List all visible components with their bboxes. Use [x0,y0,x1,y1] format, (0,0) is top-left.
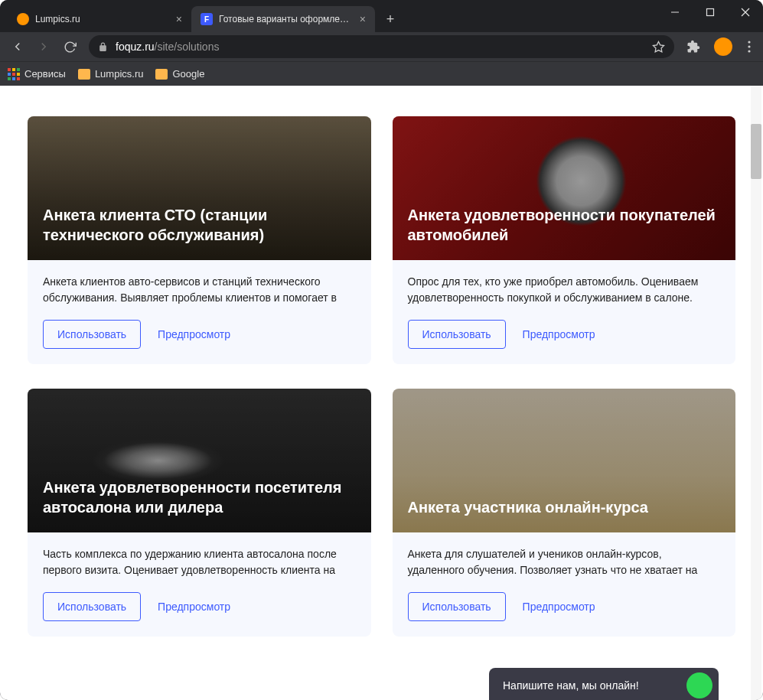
close-icon[interactable]: × [176,13,182,25]
browser-window: Lumpics.ru × F Готовые варианты оформлен… [0,0,763,700]
template-card: Анкета удовлетворенности покупателей авт… [393,116,736,364]
menu-button[interactable] [742,41,757,53]
chat-text: Напишите нам, мы онлайн! [503,679,639,692]
svg-rect-1 [707,9,714,16]
svg-rect-12 [12,73,15,76]
chat-status-icon [686,672,712,698]
minimize-button[interactable] [657,0,693,24]
card-desc: Часть комплекса по удержанию клиента авт… [43,546,356,578]
bookmark-label: Lumpics.ru [95,68,144,80]
bookmark-label: Сервисы [24,68,66,80]
preview-link[interactable]: Предпросмотр [523,601,595,613]
favicon-icon: F [201,13,213,25]
back-button[interactable] [6,35,29,58]
card-title: Анкета клиента СТО (станции технического… [43,205,356,245]
card-desc: Опрос для тех, кто уже приобрел автомоби… [408,274,721,306]
card-desc: Анкета для слушателей и учеников онлайн‑… [408,546,721,578]
svg-point-6 [748,45,750,47]
reload-button[interactable] [58,35,81,58]
maximize-button[interactable] [693,0,728,24]
use-button[interactable]: Использовать [43,320,141,349]
tab-lumpics[interactable]: Lumpics.ru × [8,6,191,32]
svg-rect-16 [17,77,20,80]
card-body: Анкета для слушателей и учеников онлайн‑… [393,532,736,637]
svg-rect-13 [17,73,20,76]
card-title: Анкета удовлетворенности покупателей авт… [408,205,721,245]
close-icon[interactable]: × [360,13,366,25]
card-actions: Использовать Предпросмотр [43,592,356,621]
svg-rect-10 [17,68,20,71]
card-title: Анкета удовлетворенности посетителя авто… [43,477,356,517]
page-viewport: Анкета клиента СТО (станции технического… [0,86,763,700]
svg-rect-8 [8,68,11,71]
card-actions: Использовать Предпросмотр [408,320,721,349]
tab-title: Lumpics.ru [35,14,170,24]
new-tab-button[interactable]: + [380,8,401,30]
titlebar: Lumpics.ru × F Готовые варианты оформлен… [0,0,763,32]
preview-link[interactable]: Предпросмотр [158,328,230,340]
tab-title: Готовые варианты оформления [219,14,354,24]
use-button[interactable]: Использовать [408,320,506,349]
forward-button[interactable] [32,35,55,58]
card-body: Опрос для тех, кто уже приобрел автомоби… [393,260,736,364]
template-card: Анкета участника онлайн‑курса Анкета для… [393,389,736,637]
card-actions: Использовать Предпросмотр [408,592,721,621]
svg-point-7 [748,50,750,52]
apps-shortcut[interactable]: Сервисы [8,68,66,80]
preview-link[interactable]: Предпросмотр [158,601,230,613]
favicon-icon [17,13,29,25]
chat-widget[interactable]: Напишите нам, мы онлайн! [489,668,719,700]
card-title: Анкета участника онлайн‑курса [408,497,648,517]
lock-icon [98,42,108,52]
svg-marker-4 [653,41,664,51]
template-card: Анкета клиента СТО (станции технического… [28,116,371,364]
svg-point-5 [748,41,750,43]
card-body: Анкета клиентов авто-сервисов и станций … [28,260,371,364]
profile-avatar[interactable] [714,37,732,56]
card-actions: Использовать Предпросмотр [43,320,356,349]
toolbar: foquz.ru/site/solutions [0,32,763,61]
card-hero[interactable]: Анкета удовлетворенности покупателей авт… [393,116,736,260]
card-body: Часть комплекса по удержанию клиента авт… [28,532,371,637]
close-window-button[interactable] [728,0,763,24]
template-card: Анкета удовлетворенности посетителя авто… [28,389,371,637]
svg-rect-9 [12,68,15,71]
bookmark-label: Google [172,68,204,80]
svg-rect-15 [12,77,15,80]
folder-icon [78,69,90,80]
preview-link[interactable]: Предпросмотр [523,328,595,340]
url-text: foquz.ru/site/solutions [116,41,219,53]
svg-rect-11 [8,73,11,76]
apps-icon [8,68,20,80]
bookmarks-bar: Сервисы Lumpics.ru Google [0,61,763,86]
address-bar[interactable]: foquz.ru/site/solutions [89,35,674,58]
star-icon[interactable] [652,41,665,54]
cards-grid: Анкета клиента СТО (станции технического… [28,116,735,637]
use-button[interactable]: Использовать [43,592,141,621]
bookmark-google[interactable]: Google [155,68,204,80]
card-hero[interactable]: Анкета клиента СТО (станции технического… [28,116,371,260]
svg-rect-14 [8,77,11,80]
tab-active[interactable]: F Готовые варианты оформления × [191,6,375,32]
extensions-icon[interactable] [686,40,700,54]
card-desc: Анкета клиентов авто-сервисов и станций … [43,274,356,306]
folder-icon [155,69,168,80]
use-button[interactable]: Использовать [408,592,506,621]
card-hero[interactable]: Анкета участника онлайн‑курса [393,389,736,532]
card-hero[interactable]: Анкета удовлетворенности посетителя авто… [28,389,371,532]
page-content: Анкета клиента СТО (станции технического… [0,86,763,700]
window-controls [657,0,763,32]
bookmark-lumpics[interactable]: Lumpics.ru [78,68,144,80]
